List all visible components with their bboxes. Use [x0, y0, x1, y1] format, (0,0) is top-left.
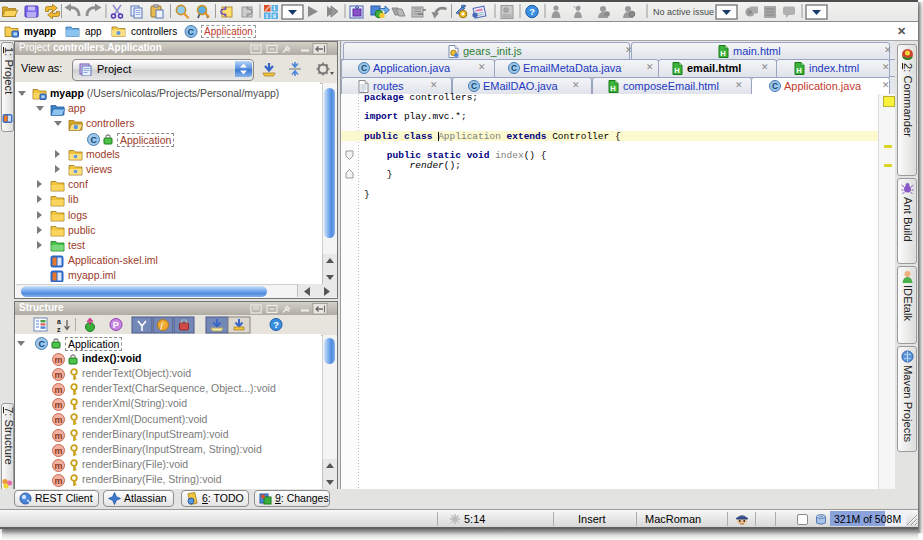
svg-text:m: m	[55, 370, 63, 380]
svg-text:a: a	[57, 318, 61, 325]
svg-text:m: m	[55, 431, 63, 441]
svg-text:P: P	[113, 320, 119, 330]
svg-text:1: 1	[265, 13, 268, 19]
svg-text:1: 1	[273, 5, 276, 11]
svg-text:H: H	[610, 84, 615, 93]
svg-text:C: C	[511, 63, 517, 73]
svg-text:m: m	[55, 415, 63, 425]
svg-text:H: H	[674, 66, 679, 75]
svg-text:H: H	[796, 66, 801, 75]
svg-text:m: m	[55, 400, 63, 410]
svg-text:?: ?	[529, 6, 535, 17]
svg-text:m: m	[55, 385, 63, 395]
svg-text:m: m	[55, 355, 63, 365]
svg-text:m: m	[55, 446, 63, 456]
svg-text:H: H	[720, 49, 725, 58]
svg-text:C: C	[38, 339, 45, 349]
svg-text:C: C	[361, 63, 367, 73]
svg-text:z: z	[57, 326, 61, 333]
svg-text:m: m	[55, 461, 63, 471]
svg-text:C: C	[772, 81, 778, 91]
svg-text:C: C	[471, 81, 477, 91]
svg-text:9: 9	[273, 13, 276, 19]
svg-text:?: ?	[273, 319, 279, 330]
svg-text:C: C	[90, 135, 97, 145]
svg-text:C: C	[188, 27, 195, 37]
svg-text:No active issue: No active issue	[653, 7, 714, 17]
svg-text:m: m	[55, 476, 63, 486]
